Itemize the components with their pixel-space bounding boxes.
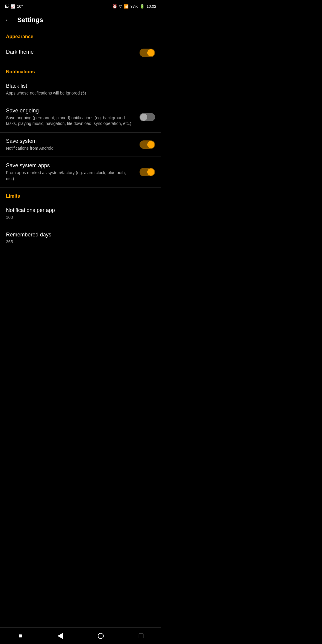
temperature: 10°	[17, 4, 23, 9]
page-title: Settings	[17, 16, 43, 24]
toggle-thumb-save-system	[147, 141, 154, 148]
section-header-notifications: Notifications	[0, 63, 161, 78]
setting-item-notifications-per-app[interactable]: Notifications per app 100	[0, 202, 161, 226]
setting-item-save-ongoing[interactable]: Save ongoing Save ongoing (permanent, pi…	[0, 102, 161, 132]
setting-text-save-ongoing: Save ongoing Save ongoing (permanent, pi…	[6, 108, 140, 127]
setting-title-save-system: Save system	[6, 138, 135, 144]
setting-title-remembered-days: Remembered days	[6, 232, 150, 238]
status-right: ⏰ ▽ 📶 37% 🔋 10:02	[112, 4, 156, 9]
setting-text-save-system-apps: Save system apps From apps marked as sys…	[6, 162, 140, 182]
setting-item-black-list[interactable]: Black list Apps whose notifications will…	[0, 78, 161, 102]
toggle-save-ongoing[interactable]	[140, 113, 155, 121]
setting-item-remembered-days[interactable]: Remembered days 365	[0, 226, 161, 250]
setting-text-black-list: Black list Apps whose notifications will…	[6, 83, 155, 96]
status-bar: 🖼 📈 10° ⏰ ▽ 📶 37% 🔋 10:02	[0, 0, 161, 12]
settings-content: Appearance Dark theme Notifications Blac…	[0, 28, 161, 271]
toggle-thumb-save-ongoing	[140, 114, 147, 121]
gallery-icon: 🖼	[5, 4, 9, 9]
setting-subtitle-save-system: Notifications from Android	[6, 145, 135, 151]
setting-subtitle-save-system-apps: From apps marked as system/factory (eg. …	[6, 170, 135, 182]
status-left: 🖼 📈 10°	[5, 4, 23, 9]
setting-title-black-list: Black list	[6, 83, 150, 89]
section-header-appearance: Appearance	[0, 28, 161, 42]
setting-title-save-ongoing: Save ongoing	[6, 108, 135, 114]
toggle-dark-theme[interactable]	[140, 49, 155, 57]
setting-item-dark-theme[interactable]: Dark theme	[0, 42, 161, 63]
battery-icon: 🔋	[140, 4, 145, 9]
toggle-save-system[interactable]	[140, 140, 155, 149]
alarm-icon: ⏰	[112, 4, 117, 9]
setting-text-notifications-per-app: Notifications per app 100	[6, 207, 155, 221]
setting-subtitle-black-list: Apps whose notifications will be ignored…	[6, 90, 150, 96]
setting-title-notifications-per-app: Notifications per app	[6, 207, 150, 213]
signal-icon: 📶	[124, 4, 129, 9]
section-header-limits: Limits	[0, 188, 161, 202]
setting-subtitle-notifications-per-app: 100	[6, 215, 150, 221]
setting-text-save-system: Save system Notifications from Android	[6, 138, 140, 151]
toggle-save-system-apps[interactable]	[140, 168, 155, 176]
setting-text-remembered-days: Remembered days 365	[6, 232, 155, 245]
chart-icon: 📈	[10, 4, 15, 9]
time: 10:02	[146, 4, 156, 9]
header: ← Settings	[0, 12, 161, 28]
setting-item-save-system[interactable]: Save system Notifications from Android	[0, 133, 161, 157]
wifi-icon: ▽	[119, 4, 122, 9]
setting-text-dark-theme: Dark theme	[6, 49, 140, 56]
toggle-thumb-dark-theme	[147, 49, 154, 56]
setting-title-save-system-apps: Save system apps	[6, 162, 135, 169]
setting-subtitle-remembered-days: 365	[6, 239, 150, 245]
setting-item-save-system-apps[interactable]: Save system apps From apps marked as sys…	[0, 157, 161, 187]
setting-subtitle-save-ongoing: Save ongoing (permanent, pinned) notific…	[6, 115, 135, 127]
battery-percent: 37%	[130, 4, 138, 9]
setting-title-dark-theme: Dark theme	[6, 49, 135, 55]
back-button[interactable]: ←	[5, 16, 11, 24]
